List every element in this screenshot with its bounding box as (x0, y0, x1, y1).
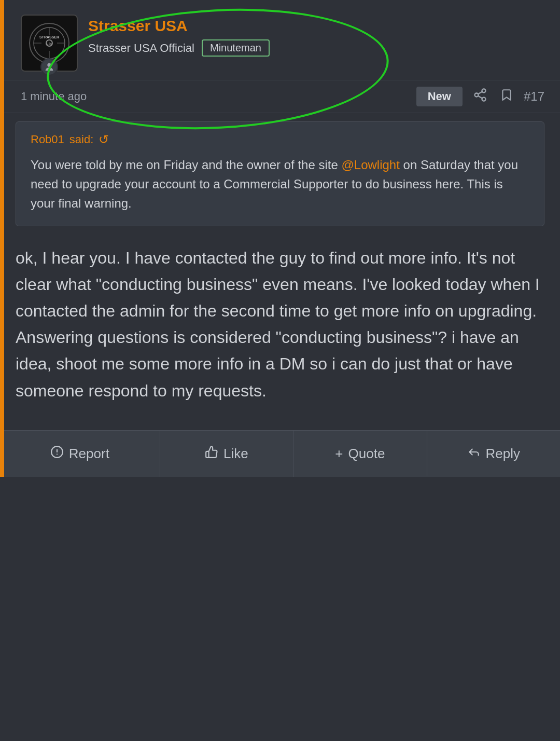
quote-author: Rob01 said: ↺ (31, 132, 529, 147)
reply-icon (467, 445, 481, 462)
post-timestamp: 1 minute ago (21, 90, 406, 103)
post-header: STRASSER USA Strasser USA (0, 0, 560, 80)
post-number: #17 (524, 89, 544, 104)
quote-label: Quote (348, 446, 385, 462)
report-icon (50, 445, 64, 462)
svg-text:USA: USA (47, 42, 52, 45)
quote-said-label: said: (69, 133, 93, 146)
svg-line-14 (478, 91, 482, 94)
username[interactable]: Strasser USA (88, 17, 544, 35)
user-badge: Minuteman (202, 39, 270, 57)
user-role: Strasser USA Official (88, 42, 194, 55)
svg-point-9 (47, 63, 51, 67)
avatar-container: STRASSER USA (21, 15, 78, 72)
quote-icon: + (335, 446, 343, 462)
like-button[interactable]: Like (160, 431, 293, 477)
share-icon[interactable] (473, 88, 487, 106)
avatar-user-icon (40, 58, 58, 76)
new-badge[interactable]: New (416, 87, 463, 106)
like-icon (205, 445, 218, 462)
post-body: ok, I hear you. I have contacted the guy… (0, 237, 560, 420)
quote-arrow-icon: ↺ (99, 132, 109, 147)
bookmark-icon[interactable] (500, 88, 513, 106)
meta-icons (473, 88, 513, 106)
reply-label: Reply (486, 446, 520, 462)
user-subtitle: Strasser USA Official Minuteman (88, 39, 544, 57)
quote-block: Rob01 said: ↺ You were told by me on Fri… (16, 121, 544, 226)
user-info: Strasser USA Strasser USA Official Minut… (88, 15, 544, 57)
reply-button[interactable]: Reply (427, 431, 560, 477)
like-label: Like (223, 446, 248, 462)
svg-line-13 (478, 95, 482, 98)
post-container: STRASSER USA Strasser USA (0, 0, 560, 477)
post-actions: Report Like + Quote Reply (0, 430, 560, 477)
report-label: Report (69, 446, 109, 462)
quote-text: You were told by me on Friday and the ow… (31, 155, 529, 213)
quote-button[interactable]: + Quote (293, 431, 427, 476)
quote-author-name[interactable]: Rob01 (31, 133, 64, 146)
post-meta: 1 minute ago New #17 (0, 80, 560, 113)
svg-text:STRASSER: STRASSER (39, 35, 59, 39)
report-button[interactable]: Report (0, 431, 160, 477)
mention-lowlight[interactable]: @Lowlight (341, 158, 399, 172)
